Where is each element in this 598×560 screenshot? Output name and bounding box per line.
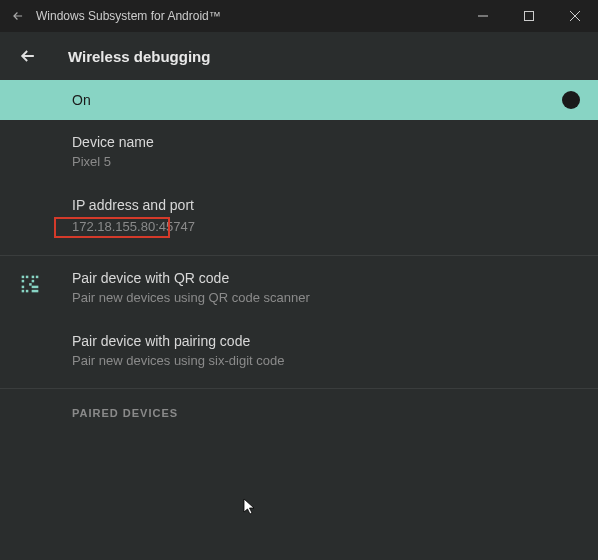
device-name-value: Pixel 5 xyxy=(72,154,580,169)
master-toggle-row[interactable]: On xyxy=(0,80,598,120)
ip-port-block[interactable]: IP address and port 172.18.155.80:45747 xyxy=(0,183,598,249)
close-button[interactable] xyxy=(552,0,598,32)
paired-devices-label: PAIRED DEVICES xyxy=(0,389,598,433)
ip-port-text: 172.18.155.80:45747 xyxy=(72,219,195,234)
ip-port-value: 172.18.155.80:45747 xyxy=(72,219,195,234)
svg-rect-0 xyxy=(525,12,534,21)
minimize-button[interactable] xyxy=(460,0,506,32)
toggle-label: On xyxy=(72,92,91,108)
pair-code-title: Pair device with pairing code xyxy=(72,333,580,349)
svg-rect-12 xyxy=(32,290,39,293)
qr-code-icon xyxy=(18,270,72,294)
svg-rect-8 xyxy=(22,290,25,293)
titlebar: Windows Subsystem for Android™ xyxy=(0,0,598,32)
pair-qr-text: Pair device with QR code Pair new device… xyxy=(72,270,580,305)
svg-rect-3 xyxy=(22,280,25,283)
svg-rect-1 xyxy=(22,276,25,279)
svg-rect-11 xyxy=(29,283,32,286)
svg-rect-2 xyxy=(26,276,28,279)
titlebar-back-button[interactable] xyxy=(8,6,28,26)
window-controls xyxy=(460,0,598,32)
app-window: Windows Subsystem for Android™ Wireless … xyxy=(0,0,598,560)
svg-rect-7 xyxy=(22,286,25,289)
back-button[interactable] xyxy=(16,44,40,68)
device-name-label: Device name xyxy=(72,134,580,150)
page-header: Wireless debugging xyxy=(0,32,598,80)
pair-code-subtitle: Pair new devices using six-digit code xyxy=(72,353,580,368)
pair-code-row[interactable]: Pair device with pairing code Pair new d… xyxy=(0,319,598,382)
content-area: On Device name Pixel 5 IP address and po… xyxy=(0,80,598,560)
device-name-block[interactable]: Device name Pixel 5 xyxy=(0,120,598,183)
wireless-debugging-toggle[interactable] xyxy=(546,91,580,109)
window-title: Windows Subsystem for Android™ xyxy=(36,9,460,23)
svg-rect-4 xyxy=(32,276,35,279)
ip-port-label: IP address and port xyxy=(72,197,580,213)
pair-qr-row[interactable]: Pair device with QR code Pair new device… xyxy=(0,256,598,319)
pair-qr-subtitle: Pair new devices using QR code scanner xyxy=(72,290,580,305)
maximize-button[interactable] xyxy=(506,0,552,32)
pair-code-text: Pair device with pairing code Pair new d… xyxy=(72,333,580,368)
svg-rect-10 xyxy=(32,286,39,289)
pair-qr-title: Pair device with QR code xyxy=(72,270,580,286)
svg-rect-5 xyxy=(36,276,39,279)
toggle-knob xyxy=(562,91,580,109)
svg-rect-9 xyxy=(26,290,28,293)
page-title: Wireless debugging xyxy=(68,48,210,65)
svg-rect-6 xyxy=(32,280,35,283)
paired-devices-empty xyxy=(0,433,598,560)
